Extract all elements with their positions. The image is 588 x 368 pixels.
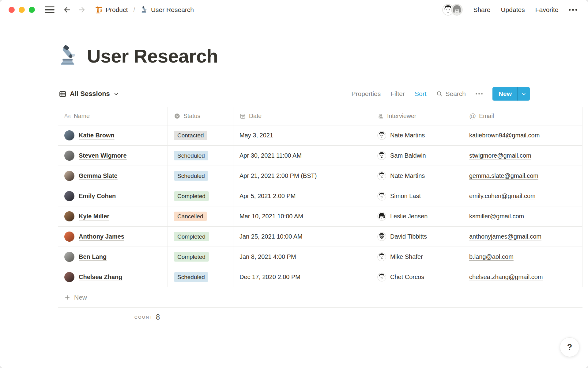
view-options-icon[interactable] <box>476 93 483 95</box>
count-summary[interactable]: COUNT 8 <box>58 308 168 327</box>
session-name[interactable]: Katie Brown <box>79 132 115 139</box>
new-button-label[interactable]: New <box>492 87 517 101</box>
interviewer-cell[interactable]: Chet Corcos <box>371 267 463 287</box>
name-cell[interactable]: Gemma Slate <box>58 166 168 186</box>
status-cell[interactable]: Completed <box>168 227 233 247</box>
date-cell[interactable]: Mar 10, 2021 10:00 AM <box>233 206 371 226</box>
date-cell[interactable]: Jan 8, 2021 4:00 PM <box>233 247 371 267</box>
column-header-name[interactable]: Aa Name <box>58 107 168 125</box>
interviewer-cell[interactable]: Nate Martins <box>371 166 463 186</box>
count-value: 8 <box>156 313 160 321</box>
interviewer-name: Chet Corcos <box>390 274 424 281</box>
email-cell[interactable]: anthonyjames@gmail.com <box>463 227 582 247</box>
interviewer-cell[interactable]: Simon Last <box>371 186 463 206</box>
name-cell[interactable]: Anthony James <box>58 227 168 247</box>
column-header-email[interactable]: @ Email <box>463 107 582 125</box>
table-header-row: Aa Name Status Date Interviewer <box>58 107 582 125</box>
count-label: COUNT <box>134 315 153 320</box>
zoom-window-button[interactable] <box>29 7 35 13</box>
name-cell[interactable]: Kyle Miller <box>58 206 168 226</box>
status-cell[interactable]: Scheduled <box>168 267 233 287</box>
updates-button[interactable]: Updates <box>501 6 525 13</box>
filter-button[interactable]: Filter <box>390 90 405 98</box>
forward-arrow-icon[interactable] <box>77 5 86 14</box>
interviewer-avatar <box>377 171 386 180</box>
table-row[interactable]: Kyle Miller Cancelled Mar 10, 2021 10:00… <box>58 206 582 227</box>
date-cell[interactable]: Apr 5, 2021 2:00 PM <box>233 186 371 206</box>
date-cell[interactable]: Jan 25, 2021 10:00 AM <box>233 227 371 247</box>
add-row-button[interactable]: New <box>58 287 582 308</box>
name-cell[interactable]: Steven Wigmore <box>58 146 168 166</box>
close-window-button[interactable] <box>9 7 15 13</box>
session-name[interactable]: Chelsea Zhang <box>79 274 122 281</box>
table-row[interactable]: Steven Wigmore Scheduled Apr 30, 2021 11… <box>58 146 582 166</box>
new-record-button[interactable]: New <box>492 87 530 101</box>
email-cell[interactable]: chelsea.zhang@gmail.com <box>463 267 582 287</box>
search-button[interactable]: Search <box>436 90 466 98</box>
status-cell[interactable]: Cancelled <box>168 206 233 226</box>
table-row[interactable]: Katie Brown Contacted May 3, 2021 Nate M… <box>58 125 582 146</box>
session-name[interactable]: Kyle Miller <box>79 213 109 220</box>
email-cell[interactable]: emily.cohen@gmail.com <box>463 186 582 206</box>
person-property-icon <box>377 113 384 120</box>
microscope-icon <box>141 6 148 14</box>
date-cell[interactable]: Apr 30, 2021 11:00 AM <box>233 146 371 166</box>
status-badge: Completed <box>174 191 209 201</box>
interviewer-cell[interactable]: Mike Shafer <box>371 247 463 267</box>
session-name[interactable]: Gemma Slate <box>79 172 118 179</box>
collaborator-avatars[interactable] <box>442 4 463 16</box>
back-arrow-icon[interactable] <box>62 5 72 14</box>
email-cell[interactable]: b.lang@aol.com <box>463 247 582 267</box>
status-cell[interactable]: Scheduled <box>168 146 233 166</box>
minimize-window-button[interactable] <box>19 7 25 13</box>
interviewer-cell[interactable]: David Tibbitts <box>371 227 463 247</box>
session-name[interactable]: Ben Lang <box>79 253 107 260</box>
date-cell[interactable]: May 3, 2021 <box>233 125 371 145</box>
table-row[interactable]: Emily Cohen Completed Apr 5, 2021 2:00 P… <box>58 186 582 206</box>
table-row[interactable]: Gemma Slate Scheduled Apr 21, 2021 2:00 … <box>58 166 582 186</box>
interviewer-cell[interactable]: Leslie Jensen <box>371 206 463 226</box>
interviewer-avatar <box>377 131 386 140</box>
column-header-status[interactable]: Status <box>168 107 233 125</box>
share-button[interactable]: Share <box>473 6 490 13</box>
new-button-chevron-icon[interactable] <box>518 87 530 101</box>
email-cell[interactable]: ksmiller@gmail.com <box>463 206 582 226</box>
column-header-date[interactable]: Date <box>233 107 371 125</box>
status-cell[interactable]: Scheduled <box>168 166 233 186</box>
status-cell[interactable]: Contacted <box>168 125 233 145</box>
column-header-interviewer[interactable]: Interviewer <box>371 107 463 125</box>
session-name[interactable]: Anthony James <box>79 233 124 240</box>
email-cell[interactable]: gemma.slate@gmail.com <box>463 166 582 186</box>
sidebar-menu-icon[interactable] <box>45 6 55 13</box>
interviewer-cell[interactable]: Nate Martins <box>371 125 463 145</box>
view-switcher[interactable]: All Sessions <box>58 89 122 99</box>
session-name[interactable]: Steven Wigmore <box>79 152 127 159</box>
interviewer-name: Nate Martins <box>390 132 425 139</box>
microscope-icon[interactable] <box>58 45 80 67</box>
name-cell[interactable]: Chelsea Zhang <box>58 267 168 287</box>
page-title[interactable]: User Research <box>87 45 218 67</box>
date-cell[interactable]: Apr 21, 2021 2:00 PM (BST) <box>233 166 371 186</box>
date-cell[interactable]: Dec 17, 2020 2:00 PM <box>233 267 371 287</box>
email-cell[interactable]: stwigmore@gmail.com <box>463 146 582 166</box>
participant-avatar <box>64 130 74 140</box>
more-options-icon[interactable] <box>569 9 577 11</box>
session-name[interactable]: Emily Cohen <box>79 193 116 200</box>
sort-button[interactable]: Sort <box>415 90 427 98</box>
properties-button[interactable]: Properties <box>352 90 381 98</box>
name-cell[interactable]: Emily Cohen <box>58 186 168 206</box>
status-cell[interactable]: Completed <box>168 186 233 206</box>
name-cell[interactable]: Ben Lang <box>58 247 168 267</box>
name-cell[interactable]: Katie Brown <box>58 125 168 145</box>
favorite-button[interactable]: Favorite <box>535 6 559 13</box>
breadcrumb-item-product[interactable]: Product <box>93 5 130 15</box>
email-cell[interactable]: katiebrown94@gmail.com <box>463 125 582 145</box>
status-cell[interactable]: Completed <box>168 247 233 267</box>
breadcrumb-separator: / <box>133 6 136 13</box>
breadcrumb-item-user-research[interactable]: User Research <box>139 5 196 15</box>
table-row[interactable]: Chelsea Zhang Scheduled Dec 17, 2020 2:0… <box>58 267 582 287</box>
table-row[interactable]: Anthony James Completed Jan 25, 2021 10:… <box>58 227 582 247</box>
interviewer-cell[interactable]: Sam Baldwin <box>371 146 463 166</box>
help-button[interactable]: ? <box>560 337 579 357</box>
table-row[interactable]: Ben Lang Completed Jan 8, 2021 4:00 PM M… <box>58 247 582 267</box>
